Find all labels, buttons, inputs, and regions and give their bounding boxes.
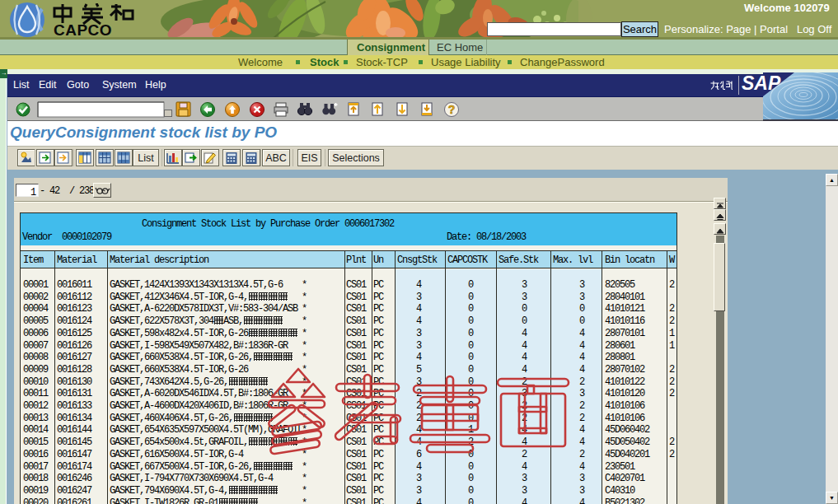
svg-text:EIS: EIS (301, 152, 317, 164)
svg-text:?: ? (448, 103, 456, 116)
svg-text:List: List (138, 152, 154, 164)
svg-text:ABC: ABC (265, 152, 287, 164)
svg-text:Selections: Selections (332, 152, 380, 164)
